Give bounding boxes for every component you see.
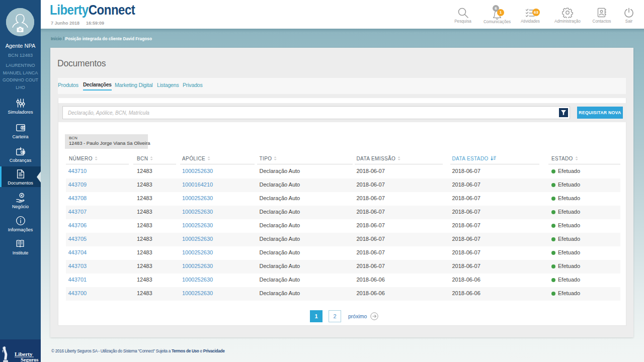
svg-text:Liberty: Liberty: [15, 351, 33, 357]
svg-text:Seguros: Seguros: [21, 357, 38, 362]
